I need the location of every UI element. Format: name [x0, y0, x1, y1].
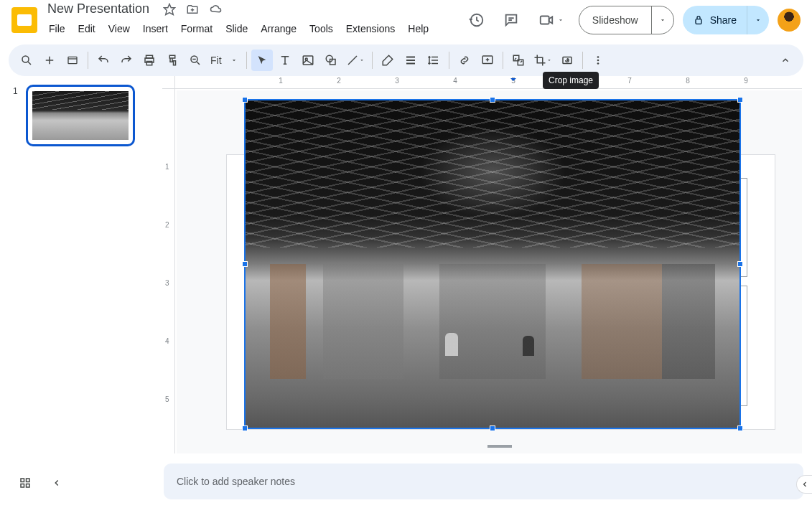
undo-icon[interactable] [93, 50, 114, 71]
ruler-tick: 4 [165, 337, 169, 345]
share-main[interactable]: Share [683, 14, 747, 26]
svg-rect-2 [696, 19, 701, 24]
menu-edit[interactable]: Edit [73, 20, 101, 37]
menubar: File Edit View Insert Format Slide Arran… [43, 19, 434, 39]
new-slide-layout-icon[interactable] [62, 50, 83, 71]
replace-image-icon[interactable] [508, 50, 529, 71]
ruler-indicator [510, 76, 516, 89]
grid-view-icon[interactable] [16, 474, 34, 492]
star-icon[interactable] [163, 3, 177, 17]
ruler-tick: 3 [165, 279, 169, 287]
header: New Presentation File Edit View Insert F… [0, 0, 812, 40]
notes-splitter-icon[interactable] [487, 445, 512, 448]
canvas: 1 2 3 4 5 6 7 8 9 1 2 3 4 5 [152, 76, 812, 453]
comment-add-icon[interactable] [477, 50, 498, 71]
svg-rect-1 [541, 17, 549, 24]
menu-file[interactable]: File [43, 20, 71, 37]
collapse-filmstrip-icon[interactable] [47, 474, 66, 492]
slides-logo[interactable] [11, 7, 37, 33]
menu-arrange[interactable]: Arrange [255, 20, 302, 37]
resize-handle-br[interactable] [737, 425, 743, 431]
svg-point-18 [597, 60, 599, 62]
collapse-toolbar-icon[interactable] [775, 50, 796, 71]
zoom-tool[interactable] [185, 50, 206, 71]
separator [449, 52, 449, 69]
ruler-tick: 4 [453, 77, 457, 85]
svg-point-17 [597, 56, 599, 58]
image-content [246, 100, 739, 428]
slide-thumbnail[interactable] [26, 85, 135, 146]
reset-image-icon[interactable] [556, 50, 578, 71]
cloud-status-icon[interactable] [209, 3, 223, 17]
ruler-tick: 8 [686, 77, 690, 85]
svg-rect-20 [21, 479, 24, 482]
share-label: Share [710, 14, 737, 26]
move-icon[interactable] [186, 3, 200, 17]
redo-icon[interactable] [116, 50, 137, 71]
meet-button[interactable] [533, 7, 570, 33]
account-avatar[interactable] [778, 9, 801, 32]
slideshow-dropdown[interactable] [651, 6, 673, 34]
menu-help[interactable]: Help [402, 20, 434, 37]
share-button: Share [683, 6, 769, 34]
separator [503, 52, 503, 69]
zoom-dropdown-icon[interactable] [226, 50, 242, 71]
more-tools-icon[interactable] [587, 50, 609, 71]
separator [88, 52, 88, 69]
menu-tools[interactable]: Tools [304, 20, 339, 37]
select-tool-icon[interactable] [251, 50, 273, 71]
resize-handle-l[interactable] [242, 261, 248, 267]
shape-tool-icon[interactable] [320, 50, 342, 71]
ruler-tick: 2 [337, 77, 341, 85]
expand-side-panel-icon[interactable] [796, 475, 812, 494]
ruler-tick: 9 [744, 77, 748, 85]
svg-rect-21 [27, 479, 30, 482]
zoom-level[interactable]: Fit [207, 55, 225, 66]
line-tool-icon[interactable] [343, 50, 368, 71]
menu-format[interactable]: Format [175, 20, 218, 37]
ruler-tick: 1 [279, 77, 283, 85]
speaker-notes-placeholder: Click to add speaker notes [177, 476, 295, 487]
ruler-tick: 2 [165, 221, 169, 229]
main: 1 1 2 3 4 5 6 7 8 9 1 2 3 4 5 [0, 76, 812, 453]
resize-handle-tl[interactable] [242, 97, 248, 103]
vertical-ruler[interactable]: 1 2 3 4 5 [162, 89, 175, 453]
ruler-tick: 5 [165, 395, 169, 403]
svg-marker-0 [164, 4, 174, 14]
history-icon[interactable] [464, 7, 490, 33]
image-tool-icon[interactable] [297, 50, 319, 71]
search-menu-icon[interactable] [16, 50, 37, 71]
svg-rect-22 [21, 484, 24, 488]
link-icon[interactable] [454, 50, 475, 71]
menu-slide[interactable]: Slide [220, 20, 253, 37]
print-icon[interactable] [139, 50, 160, 71]
comments-icon[interactable] [498, 7, 524, 33]
resize-handle-t[interactable] [490, 97, 495, 103]
menu-extensions[interactable]: Extensions [340, 20, 401, 37]
align-icon[interactable] [400, 50, 421, 71]
new-slide-icon[interactable] [39, 50, 60, 71]
slideshow-main[interactable]: Slideshow [579, 14, 651, 26]
border-color-icon[interactable] [377, 50, 398, 71]
share-dropdown[interactable] [747, 6, 769, 34]
paint-format-icon[interactable] [162, 50, 183, 71]
menu-insert[interactable]: Insert [137, 20, 174, 37]
horizontal-ruler[interactable]: 1 2 3 4 5 6 7 8 9 [175, 76, 802, 89]
slide-stage[interactable] [177, 90, 802, 453]
resize-handle-tr[interactable] [737, 97, 743, 103]
bottom-controls [16, 474, 66, 492]
resize-handle-bl[interactable] [242, 425, 248, 431]
crop-image-icon[interactable] [531, 50, 555, 71]
menu-view[interactable]: View [103, 20, 136, 37]
title-area: New Presentation File Edit View Insert F… [43, 1, 434, 39]
document-title[interactable]: New Presentation [43, 0, 154, 17]
resize-handle-b[interactable] [490, 425, 495, 431]
speaker-notes[interactable]: Click to add speaker notes [164, 464, 803, 499]
selected-image[interactable] [246, 100, 739, 428]
separator [582, 52, 583, 69]
line-spacing-icon[interactable] [423, 50, 444, 71]
resize-handle-r[interactable] [737, 261, 743, 267]
toolbar: Fit [9, 44, 803, 76]
filmstrip-slide[interactable]: 1 [13, 85, 146, 146]
textbox-tool-icon[interactable] [274, 50, 296, 71]
